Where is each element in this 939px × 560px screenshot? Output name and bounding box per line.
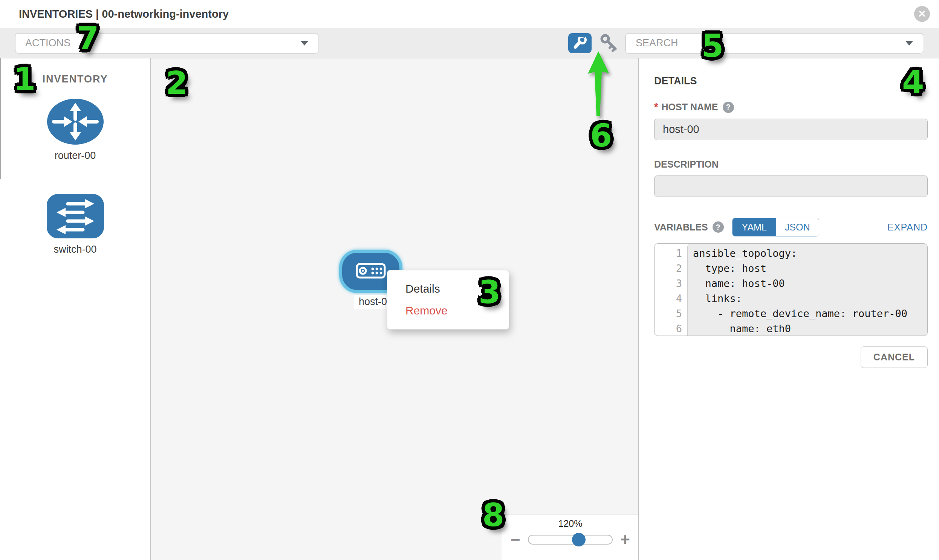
variables-row: VARIABLES ? YAML JSON EXPAND <box>654 218 928 237</box>
context-menu-item-remove[interactable]: Remove <box>387 300 509 322</box>
chevron-down-icon <box>905 41 913 46</box>
code-line: 6 name: eth0 <box>655 321 927 336</box>
search-dropdown[interactable]: SEARCH <box>626 33 923 54</box>
line-number: 4 <box>655 291 688 306</box>
zoom-control: 120% − + <box>502 514 638 560</box>
zoom-out-button[interactable]: − <box>510 531 520 548</box>
host-name-field[interactable] <box>654 118 928 140</box>
code-line: 3 name: host-00 <box>655 276 927 291</box>
page-title: INVENTORIES | 00-networking-inventory <box>19 8 229 20</box>
palette-item-router[interactable]: router-00 <box>0 98 150 162</box>
main-area: INVENTORY router-00 <box>0 58 939 560</box>
code-line: 2 type: host <box>655 261 927 276</box>
router-icon <box>47 139 103 146</box>
required-asterisk: * <box>654 101 658 113</box>
node-context-menu: Details Remove <box>387 270 509 329</box>
inventory-sidebar: INVENTORY router-00 <box>0 58 151 560</box>
chevron-down-icon <box>301 41 308 46</box>
line-number: 5 <box>655 306 688 321</box>
line-number: 1 <box>655 246 688 261</box>
help-question-icon[interactable]: ? <box>723 102 734 113</box>
line-number: 2 <box>655 261 688 276</box>
line-text: name: host-00 <box>688 276 927 291</box>
close-icon[interactable]: ✕ <box>914 6 930 22</box>
key-icon <box>599 33 619 54</box>
zoom-in-button[interactable]: + <box>620 531 630 548</box>
inventory-topology-app: INVENTORIES | 00-networking-inventory ✕ … <box>0 0 939 560</box>
host-name-label-row: * HOST NAME ? <box>654 101 928 113</box>
palette-item-label: switch-00 <box>0 244 150 255</box>
variables-format-toggle: YAML JSON <box>732 218 819 237</box>
line-text: links: <box>688 291 927 306</box>
json-toggle-button[interactable]: JSON <box>776 218 819 236</box>
description-label: DESCRIPTION <box>654 159 719 170</box>
line-text: type: host <box>688 261 927 276</box>
zoom-percent-value: 120% <box>502 518 638 529</box>
tools-button[interactable] <box>568 33 592 53</box>
variables-label: VARIABLES <box>654 222 708 233</box>
description-label-row: DESCRIPTION <box>654 159 928 170</box>
line-text: name: eth0 <box>688 321 927 336</box>
details-actions-row: CANCEL <box>654 346 928 368</box>
toolbar: ACTIONS <box>0 28 939 58</box>
zoom-slider-handle[interactable] <box>572 533 586 546</box>
topology-canvas[interactable]: host-00 Details Remove 120% − + <box>151 58 639 560</box>
wrench-icon <box>572 35 587 51</box>
toolbar-right: SEARCH <box>568 33 923 54</box>
code-line: 1 ansible_topology: <box>655 246 927 261</box>
line-text: - remote_device_name: router-00 <box>688 306 927 321</box>
host-icon <box>356 263 386 280</box>
page-header: INVENTORIES | 00-networking-inventory ✕ <box>0 0 939 28</box>
zoom-slider-track[interactable] <box>528 535 613 545</box>
code-line: 4 links: <box>655 291 927 306</box>
credentials-key-button[interactable] <box>599 34 619 53</box>
code-line: 5 - remote_device_name: router-00 <box>655 306 927 321</box>
switch-icon <box>47 233 104 240</box>
line-text: ansible_topology: <box>688 246 927 261</box>
palette-item-label: router-00 <box>0 150 150 162</box>
help-question-icon[interactable]: ? <box>712 222 724 233</box>
search-dropdown-label: SEARCH <box>636 37 678 49</box>
context-menu-item-details[interactable]: Details <box>387 278 509 300</box>
yaml-toggle-button[interactable]: YAML <box>732 218 776 236</box>
sidebar-scroll-edge <box>0 58 1 179</box>
cancel-button[interactable]: CANCEL <box>860 346 928 368</box>
actions-dropdown-label: ACTIONS <box>25 37 71 49</box>
sidebar-title: INVENTORY <box>0 74 150 85</box>
zoom-slider-row: − + <box>502 531 638 548</box>
expand-link[interactable]: EXPAND <box>887 222 928 233</box>
details-title: DETAILS <box>654 75 928 87</box>
line-number: 6 <box>655 321 688 336</box>
host-name-label: HOST NAME <box>661 102 718 112</box>
palette-item-switch[interactable]: switch-00 <box>0 194 150 255</box>
details-panel: DETAILS * HOST NAME ? DESCRIPTION VARIAB… <box>639 58 939 560</box>
actions-dropdown[interactable]: ACTIONS <box>15 33 318 54</box>
description-field[interactable] <box>654 175 928 197</box>
line-number: 3 <box>655 276 688 291</box>
variables-code-editor[interactable]: 1 ansible_topology: 2 type: host 3 name:… <box>654 243 928 336</box>
